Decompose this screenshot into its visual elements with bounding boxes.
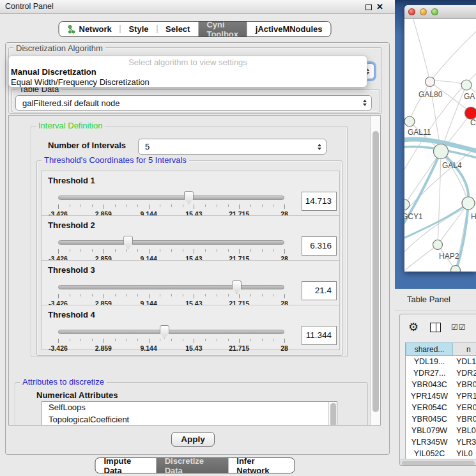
- network-edge[interactable]: [438, 151, 441, 245]
- zoom-window-icon[interactable]: [431, 8, 438, 15]
- network-node[interactable]: [465, 107, 476, 119]
- attributes-scrollbar[interactable]: [328, 402, 337, 426]
- tab-label: Cyni Toolbox: [206, 21, 238, 37]
- number-of-intervals-spinner[interactable]: 5: [138, 139, 326, 155]
- network-edge[interactable]: [412, 19, 430, 82]
- threshold-slider-knob[interactable]: [123, 236, 133, 249]
- table-hscrollbar[interactable]: [401, 459, 476, 466]
- tab-network[interactable]: Network: [59, 22, 119, 36]
- table-data-combobox[interactable]: galFiltered.sif default node: [15, 95, 372, 111]
- tab-style[interactable]: Style: [120, 22, 157, 36]
- network-node[interactable]: [433, 240, 443, 250]
- threshold-slider-knob[interactable]: [184, 191, 194, 204]
- column-header-shared-name[interactable]: shared...: [406, 342, 453, 356]
- network-node-label: C: [470, 118, 476, 127]
- settings-scrollbar[interactable]: [370, 116, 380, 425]
- threshold-slider-knob[interactable]: [160, 325, 169, 339]
- network-canvas[interactable]: GAL80GACGAL11GAL4GCY1HHAP2: [404, 19, 476, 272]
- threshold-value-field[interactable]: 11.344: [302, 326, 337, 345]
- table-row[interactable]: YLR345WYLR3: [406, 436, 476, 448]
- cell-shared-name: YDL19...: [406, 356, 453, 367]
- dropdown-option-manual-discretization[interactable]: Manual Discretization: [9, 67, 367, 77]
- cell-shared-name: YLR345W: [406, 436, 453, 448]
- table-row[interactable]: YBR043CYBR0: [406, 379, 476, 390]
- threshold-slider-knob[interactable]: [232, 280, 242, 294]
- close-window-icon[interactable]: [408, 8, 415, 15]
- network-edge[interactable]: [434, 81, 462, 84]
- network-edge[interactable]: [410, 82, 430, 121]
- network-edge[interactable]: [404, 245, 438, 272]
- cell-shared-name: YDR27...: [406, 367, 453, 379]
- threshold-panel: Threshold 4 -3.4262.8599.14415.4321.7152…: [41, 305, 340, 350]
- column-header-name[interactable]: n: [453, 342, 476, 356]
- tab-infer-network[interactable]: Infer Network: [228, 458, 294, 473]
- table-panel-title: Table Panel: [407, 295, 450, 304]
- network-node[interactable]: [461, 80, 472, 90]
- threshold-slider-track[interactable]: [58, 196, 284, 200]
- tab-label: Impute Data: [104, 457, 148, 473]
- tab-cyni-toolbox[interactable]: Cyni Toolbox: [198, 22, 247, 36]
- network-frame: GAL80GACGAL11GAL4GCY1HHAP2: [395, 0, 476, 289]
- minimize-window-icon[interactable]: [420, 8, 427, 15]
- network-node[interactable]: [404, 199, 410, 210]
- threshold-slider-track[interactable]: [58, 240, 284, 245]
- table-row[interactable]: YER054CYER0: [406, 402, 476, 413]
- network-edge[interactable]: [430, 27, 476, 82]
- cell-name: YPR1: [453, 390, 476, 402]
- table-row[interactable]: YDR27...YDR2: [406, 367, 476, 379]
- network-node[interactable]: [434, 144, 449, 159]
- node-table[interactable]: shared... n YDL19...YDL1YDR27...YDR2YBR0…: [405, 342, 476, 464]
- algorithm-dropdown: Select algorithm to view settings Manual…: [8, 56, 367, 88]
- cell-name: YBR0: [453, 379, 476, 390]
- table-row[interactable]: YBR045CYBR0: [406, 413, 476, 425]
- threshold-slider-track[interactable]: [58, 330, 284, 334]
- cell-shared-name: YBR043C: [406, 379, 453, 390]
- cell-shared-name: YPR145W: [406, 390, 453, 402]
- bottom-tab-bar: Impute DataDiscretize DataInfer Network: [95, 457, 295, 473]
- network-node-label: GCY1: [404, 212, 423, 221]
- threshold-panel: Threshold 3 -3.4262.8599.14415.4321.7152…: [41, 260, 340, 305]
- threshold-list: Threshold 1 -3.4262.8599.14415.4321.7152…: [41, 171, 340, 350]
- table-row[interactable]: YDL19...YDL1: [406, 356, 476, 367]
- network-node-label: H: [471, 212, 476, 221]
- close-panel-icon[interactable]: ✕: [376, 4, 383, 10]
- network-node[interactable]: [451, 266, 461, 272]
- threshold-value-field[interactable]: 14.713: [302, 192, 337, 211]
- cell-shared-name: YER054C: [406, 402, 453, 413]
- thresholds-group-title: Threshold's Coordinates for 5 Intervals: [42, 156, 189, 165]
- table-row[interactable]: YBL079WYBL0: [406, 425, 476, 436]
- tab-discretize-data[interactable]: Discretize Data: [157, 458, 229, 473]
- slider-ticks: [42, 339, 339, 344]
- network-node[interactable]: [426, 77, 435, 87]
- table-row[interactable]: YPR145WYPR1: [406, 390, 476, 402]
- network-window-titlebar[interactable]: [404, 5, 476, 19]
- tab-select[interactable]: Select: [157, 22, 198, 36]
- attribute-item-selfloops[interactable]: SelfLoops: [42, 402, 337, 414]
- dropdown-option-equal-width-frequency-discretization[interactable]: Equal Width/Frequency Discretization: [9, 77, 367, 88]
- table-row[interactable]: YIL052CYIL0: [406, 448, 476, 459]
- threshold-slider-track[interactable]: [58, 285, 284, 289]
- cell-name: YDL1: [453, 356, 476, 367]
- float-panel-icon[interactable]: [365, 4, 372, 10]
- network-edge-highlighted[interactable]: [404, 203, 468, 240]
- numerical-attributes-list[interactable]: SelfLoopsTopologicalCoefficientBetweenne…: [42, 401, 337, 426]
- gear-icon[interactable]: ⚙: [408, 320, 418, 334]
- columns-icon[interactable]: [430, 323, 441, 332]
- discretization-algorithm-title: Discretization Algorithm: [13, 44, 105, 53]
- threshold-label: Threshold 1: [48, 176, 95, 185]
- cell-name: YER0: [453, 402, 476, 413]
- threshold-value-field[interactable]: 6.316: [302, 236, 337, 256]
- network-node-label: GAL4: [442, 161, 462, 170]
- threshold-label: Threshold 2: [48, 220, 95, 230]
- threshold-value-field[interactable]: 21.4: [302, 281, 337, 300]
- apply-button[interactable]: Apply: [171, 432, 215, 447]
- tab-label: Discretize Data: [165, 457, 220, 473]
- network-node[interactable]: [462, 197, 475, 210]
- tab-jactivemnodules[interactable]: jActiveMNodules: [247, 22, 331, 36]
- node-table-panel: ⚙ ☑☑ shared... n YDL19...YDL1YDR27...YDR…: [399, 314, 476, 466]
- network-node[interactable]: [404, 116, 415, 127]
- attribute-item-topologicalcoefficient[interactable]: TopologicalCoefficient: [42, 414, 337, 426]
- tab-impute-data[interactable]: Impute Data: [96, 458, 157, 473]
- select-columns-icon[interactable]: ☑☑: [451, 323, 466, 332]
- number-of-intervals-value: 5: [145, 139, 150, 154]
